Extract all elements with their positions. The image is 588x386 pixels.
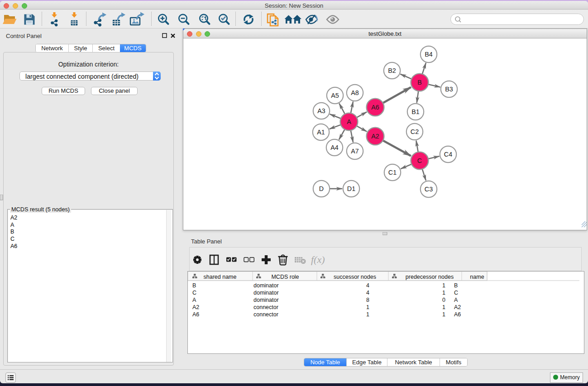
svg-text:1: 1: [442, 304, 445, 310]
svg-text:C4: C4: [444, 151, 452, 158]
svg-text:0: 0: [442, 297, 445, 303]
svg-text:dominator: dominator: [253, 282, 279, 289]
svg-text:1: 1: [442, 311, 445, 318]
svg-text:A: A: [347, 118, 351, 125]
svg-text:f(x): f(x): [311, 254, 325, 265]
svg-text:shared name: shared name: [204, 274, 237, 280]
svg-text:B2: B2: [388, 67, 396, 74]
svg-text:1: 1: [366, 311, 369, 318]
svg-text:C2: C2: [411, 128, 419, 135]
svg-text:B: B: [454, 282, 458, 289]
svg-text:A6: A6: [192, 311, 199, 318]
svg-text:A4: A4: [330, 144, 339, 151]
svg-text:predecessor nodes: predecessor nodes: [406, 274, 454, 280]
svg-text:A6: A6: [454, 311, 461, 318]
svg-text:C: C: [192, 290, 196, 296]
svg-text:A2: A2: [454, 304, 461, 310]
svg-text:1: 1: [366, 304, 369, 310]
svg-text:connector: connector: [253, 311, 278, 318]
svg-text:A3: A3: [317, 107, 325, 114]
svg-text:A6: A6: [371, 104, 379, 111]
svg-text:A1: A1: [317, 129, 325, 136]
svg-text:MCDS role: MCDS role: [271, 274, 299, 280]
svg-text:1: 1: [442, 290, 445, 296]
svg-text:B: B: [417, 79, 422, 86]
svg-text:dominator: dominator: [253, 297, 279, 303]
svg-text:B1: B1: [411, 108, 420, 115]
svg-text:A2: A2: [192, 304, 199, 310]
svg-text:A5: A5: [331, 92, 339, 99]
svg-text:C: C: [417, 157, 422, 164]
svg-text:dominator: dominator: [253, 290, 279, 296]
svg-text:B3: B3: [445, 86, 453, 93]
svg-text:B: B: [192, 282, 196, 289]
svg-text:1: 1: [442, 282, 445, 289]
svg-text:C: C: [454, 290, 458, 296]
svg-text:name: name: [470, 274, 484, 280]
svg-text:successor nodes: successor nodes: [334, 274, 376, 280]
svg-text:A2: A2: [371, 133, 379, 140]
svg-text:4: 4: [366, 290, 369, 296]
svg-text:A: A: [192, 297, 196, 303]
svg-text:B4: B4: [425, 51, 433, 58]
svg-text:C1: C1: [388, 169, 397, 176]
svg-text:C3: C3: [425, 186, 433, 193]
svg-text:connector: connector: [253, 304, 278, 310]
svg-text:D1: D1: [347, 185, 355, 192]
svg-text:A: A: [454, 297, 458, 303]
svg-text:A8: A8: [351, 89, 359, 96]
svg-text:D: D: [319, 185, 324, 192]
svg-text:8: 8: [366, 297, 369, 303]
svg-text:4: 4: [366, 282, 369, 289]
svg-text:A7: A7: [351, 148, 359, 155]
